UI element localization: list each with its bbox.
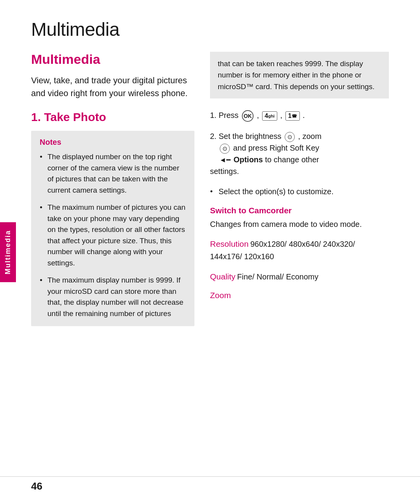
step2-text3: to change other	[265, 155, 319, 164]
step2-settings: settings.	[210, 167, 239, 176]
note-item-2: The maximum number of pictures you can t…	[40, 202, 186, 269]
options-label: Options	[233, 155, 263, 164]
notes-title: Notes	[40, 138, 186, 147]
softkey-left-icon: ◄━	[219, 155, 231, 165]
bullet-customize: Select the option(s) to customize.	[210, 186, 389, 197]
quality-label: Quality	[210, 272, 235, 281]
bullet-text: Select the option(s) to customize.	[219, 187, 334, 196]
notes-box: Notes The displayed number on the top ri…	[31, 131, 194, 326]
step-2: 2. Set the brightness ⊙ , zoom ⊙ and pre…	[210, 130, 389, 177]
step1-comma1: ,	[257, 111, 261, 119]
main-content: Multimedia View, take, and trade your di…	[0, 48, 420, 504]
grey-box: that can be taken reaches 9999. The disp…	[210, 52, 389, 98]
right-column: that can be taken reaches 9999. The disp…	[210, 48, 389, 504]
intro-text: View, take, and trade your digital pictu…	[31, 74, 194, 100]
grey-box-text: that can be taken reaches 9999. The disp…	[218, 60, 374, 91]
page-title: Multimedia	[31, 19, 389, 40]
step2-label: 2. Set the brightness	[210, 132, 284, 140]
zoom-circle-icon: ⊙	[220, 144, 230, 154]
resolution-block: Resolution 960x1280/ 480x640/ 240x320/ 1…	[210, 238, 389, 263]
quality-block: Quality Fine/ Normal/ Economy	[210, 270, 389, 283]
left-column: Multimedia View, take, and trade your di…	[31, 48, 194, 504]
sidebar-tab: Multimedia	[0, 222, 16, 282]
step2-text2: and press Right Soft Key	[233, 144, 319, 152]
ok-key-icon: OK	[242, 110, 254, 122]
take-photo-heading: 1. Take Photo	[31, 111, 194, 124]
multimedia-heading: Multimedia	[31, 52, 194, 67]
page-number: 46	[31, 480, 42, 492]
step1-end: .	[303, 111, 305, 119]
key-4ghi-icon: 4 ghi	[262, 111, 277, 121]
bottom-divider	[0, 476, 420, 477]
key-1-icon: 1 ☎	[285, 111, 300, 121]
zoom-label: Zoom	[210, 291, 231, 300]
page-header: Multimedia	[0, 0, 420, 48]
sidebar-label: Multimedia	[4, 230, 12, 274]
switch-to-camcorder-heading: Switch to Camcorder	[210, 206, 389, 215]
note-item-1: The displayed number on the top right co…	[40, 151, 186, 196]
step1-label: 1. Press	[210, 111, 241, 119]
switch-to-camcorder-block: Switch to Camcorder Changes from camera …	[210, 206, 389, 230]
nav-circle-icon: ⊙	[285, 132, 295, 142]
note-item-3: The maximum display number is 9999. If y…	[40, 275, 186, 319]
resolution-label: Resolution	[210, 239, 248, 248]
step-1: 1. Press OK , 4 ghi , 1 ☎ .	[210, 109, 389, 122]
quality-values: Fine/ Normal/ Economy	[237, 272, 318, 281]
switch-to-camcorder-desc: Changes from camera mode to video mode.	[210, 218, 389, 230]
notes-list: The displayed number on the top right co…	[40, 151, 186, 319]
step1-comma2: ,	[280, 111, 285, 119]
page-container: Multimedia Multimedia Multimedia View, t…	[0, 0, 420, 504]
zoom-block: Zoom	[210, 291, 389, 300]
step2-zoom: , zoom	[298, 132, 322, 140]
